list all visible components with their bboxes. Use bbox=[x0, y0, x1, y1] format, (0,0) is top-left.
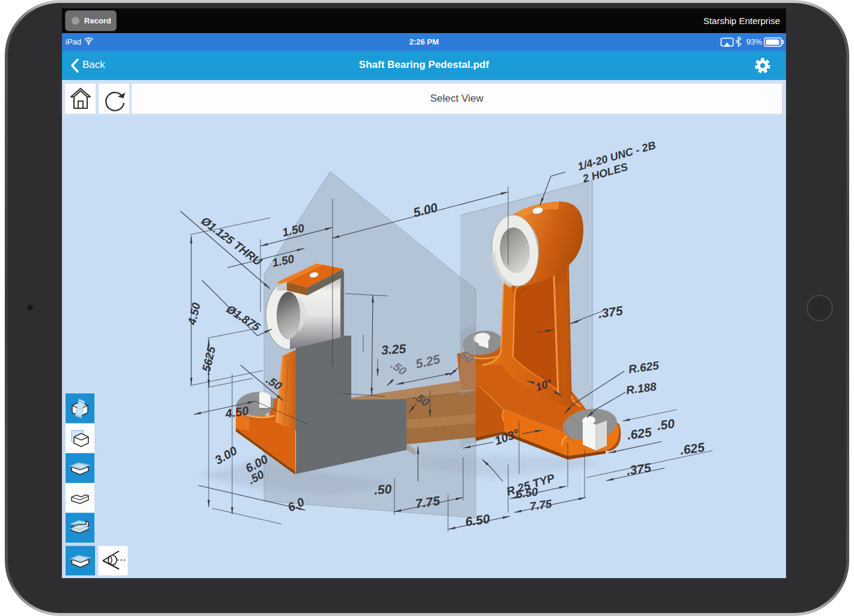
svg-text:3.25: 3.25 bbox=[381, 342, 407, 357]
svg-text:.50: .50 bbox=[656, 416, 675, 433]
svg-text:.50: .50 bbox=[373, 482, 392, 497]
